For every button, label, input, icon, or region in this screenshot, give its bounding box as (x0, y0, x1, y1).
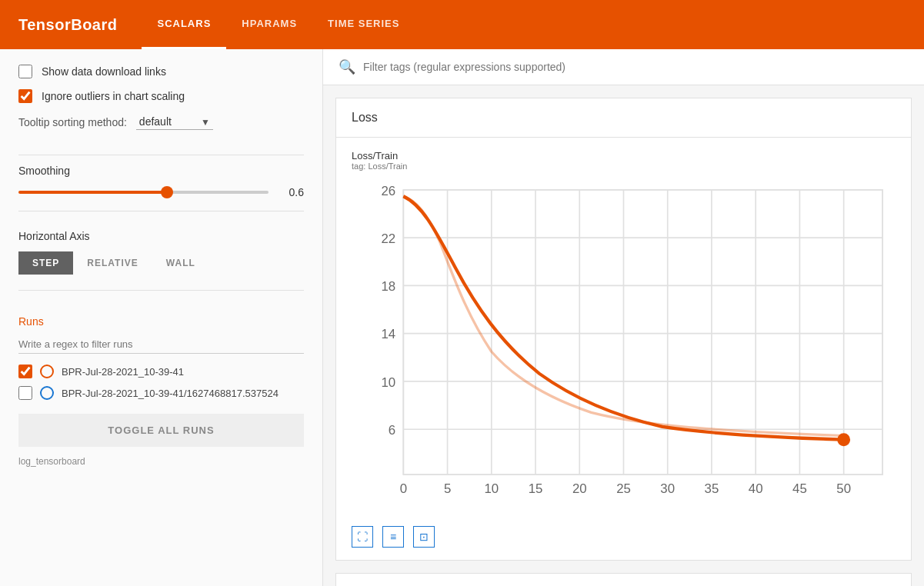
tooltip-sorting-label: Tooltip sorting method: (18, 116, 127, 128)
tooltip-sorting-select[interactable]: default ascending descending nearest (136, 114, 213, 130)
chart-controls: ⛶ ≡ ⊡ (336, 520, 911, 560)
main-layout: Show data download links Ignore outliers… (0, 49, 924, 586)
loss-section-header: Loss (336, 98, 911, 138)
svg-text:14: 14 (382, 327, 396, 341)
svg-text:18: 18 (382, 279, 396, 294)
pan-chart-button[interactable]: ≡ (382, 526, 404, 548)
svg-text:45: 45 (792, 481, 807, 496)
loss-chart-title: Loss/Train (352, 150, 896, 161)
svg-text:26: 26 (382, 184, 396, 198)
chart-end-dot (837, 433, 850, 446)
axis-step-button[interactable]: STEP (18, 251, 73, 275)
divider-1 (18, 155, 304, 155)
run-item-1: BPR-Jul-28-2021_10-39-41 (18, 365, 304, 378)
show-data-links-row: Show data download links (18, 65, 304, 78)
nav-hparams[interactable]: HPARAMS (226, 0, 312, 49)
runs-section: Runs BPR-Jul-28-2021_10-39-41 BPR-Jul-28… (18, 315, 304, 447)
svg-text:22: 22 (382, 231, 396, 246)
navbar: TensorBoard SCALARS HPARAMS TIME SERIES (0, 0, 924, 49)
ignore-outliers-row: Ignore outliers in chart scaling (18, 89, 304, 103)
svg-text:15: 15 (529, 481, 543, 496)
loss-section-card: Loss Loss/Train tag: Loss/Train (335, 98, 912, 561)
svg-text:5: 5 (444, 481, 451, 496)
svg-text:20: 20 (572, 481, 587, 496)
svg-rect-0 (403, 190, 882, 474)
runs-filter-input[interactable] (18, 335, 304, 354)
smoothing-label: Smoothing (18, 165, 304, 177)
divider-2 (18, 211, 304, 211)
svg-text:10: 10 (382, 375, 396, 390)
nav-scalars[interactable]: SCALARS (142, 0, 226, 49)
expand-chart-button[interactable]: ⛶ (352, 526, 373, 548)
svg-text:40: 40 (749, 481, 763, 496)
zoom-chart-button[interactable]: ⊡ (413, 526, 435, 548)
h-axis-label: Horizontal Axis (18, 230, 304, 242)
smoothing-value: 0.6 (281, 186, 304, 198)
app-brand: TensorBoard (18, 16, 117, 34)
toggle-all-runs-button[interactable]: TOGGLE ALL RUNS (18, 414, 304, 447)
tooltip-select-wrap: default ascending descending nearest ▼ (136, 114, 213, 130)
show-data-links-label: Show data download links (42, 65, 166, 78)
run-2-color-circle (40, 386, 54, 400)
svg-text:0: 0 (400, 481, 407, 496)
ignore-outliers-label: Ignore outliers in chart scaling (42, 90, 185, 102)
run-2-checkbox[interactable] (18, 386, 32, 400)
sidebar: Show data download links Ignore outliers… (0, 49, 323, 586)
run-item-2: BPR-Jul-28-2021_10-39-41/1627468817.5375… (18, 386, 304, 400)
h-axis-section: Horizontal Axis STEP RELATIVE WALL (18, 221, 304, 281)
loss-chart-svg: 26 22 18 14 10 6 0 5 10 15 20 25 30 (352, 177, 896, 514)
svg-text:30: 30 (660, 481, 675, 496)
vaild-score-section: Vaild_score (335, 573, 912, 586)
smoothing-slider-row: 0.6 (18, 186, 304, 198)
tooltip-sorting-row: Tooltip sorting method: default ascendin… (18, 114, 304, 130)
search-icon: 🔍 (339, 58, 355, 75)
svg-text:10: 10 (484, 481, 499, 496)
svg-text:6: 6 (389, 423, 395, 438)
ignore-outliers-checkbox[interactable] (18, 89, 32, 103)
run-1-label: BPR-Jul-28-2021_10-39-41 (62, 366, 184, 378)
axis-relative-button[interactable]: RELATIVE (73, 251, 152, 275)
svg-text:35: 35 (705, 481, 719, 496)
axis-wall-button[interactable]: WALL (152, 251, 209, 275)
svg-text:50: 50 (836, 481, 851, 496)
run-2-label: BPR-Jul-28-2021_10-39-41/1627468817.5375… (62, 388, 279, 399)
loss-chart-svg-wrap: 26 22 18 14 10 6 0 5 10 15 20 25 30 (352, 177, 896, 514)
nav-links: SCALARS HPARAMS TIME SERIES (142, 0, 415, 49)
divider-3 (18, 290, 304, 291)
loss-chart-tag: tag: Loss/Train (352, 161, 896, 171)
search-bar: 🔍 (323, 49, 924, 85)
main-content: 🔍 Loss Loss/Train tag: Loss/Train (323, 49, 924, 586)
tag-filter-input[interactable] (363, 61, 909, 73)
loss-chart-area: Loss/Train tag: Loss/Train (336, 138, 911, 520)
run-1-checkbox[interactable] (18, 365, 32, 378)
nav-time-series[interactable]: TIME SERIES (312, 0, 415, 49)
smoothing-slider[interactable] (18, 191, 269, 194)
smoothing-section: Smoothing 0.6 (18, 165, 304, 201)
runs-title: Runs (18, 315, 304, 328)
run-1-color-circle (40, 365, 54, 378)
svg-text:25: 25 (616, 481, 631, 496)
axis-buttons: STEP RELATIVE WALL (18, 251, 304, 275)
show-data-links-checkbox[interactable] (18, 65, 32, 78)
footer-label: log_tensorboard (18, 456, 304, 467)
